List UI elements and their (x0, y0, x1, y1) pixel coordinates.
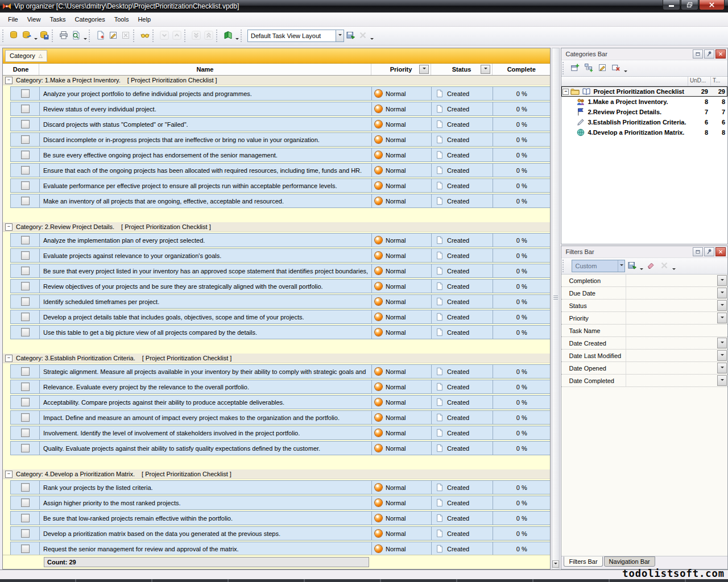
task-row[interactable]: Analyze the implementation plan of every… (10, 233, 550, 247)
filter-value-field[interactable] (626, 375, 717, 386)
task-done-checkbox[interactable] (21, 197, 30, 205)
filter-dropdown-button[interactable] (717, 313, 727, 323)
filter-value-field[interactable] (626, 350, 717, 361)
menu-item-view[interactable]: View (23, 14, 46, 24)
task-done-checkbox[interactable] (21, 498, 30, 507)
task-done-checkbox[interactable] (21, 429, 30, 437)
view-layout-dropdown-arrow-icon[interactable] (234, 29, 239, 43)
collapse-expander-icon[interactable]: − (562, 89, 569, 95)
task-row[interactable]: Assign higher priority to the most ranke… (10, 496, 550, 510)
column-header-priority[interactable]: Priority (371, 64, 431, 75)
task-row[interactable]: Acceptability. Compare projects against … (10, 395, 550, 409)
new-database-button[interactable] (8, 30, 20, 42)
save-layout-button[interactable] (344, 30, 357, 42)
menu-item-help[interactable]: Help (133, 14, 155, 24)
panel-restore-icon[interactable] (693, 49, 703, 59)
category-tree-item[interactable]: 1.Make a Project Inventory.88 (561, 97, 727, 107)
delete-task-button[interactable] (119, 30, 132, 42)
task-done-checkbox[interactable] (21, 313, 30, 321)
filter-value-field[interactable] (626, 275, 717, 286)
menu-item-categories[interactable]: Categories (71, 14, 110, 24)
task-done-checkbox[interactable] (21, 267, 30, 275)
panel-pin-icon[interactable] (704, 247, 714, 256)
apply-filter-dropdown-arrow-icon[interactable] (639, 259, 644, 273)
panel-pin-icon[interactable] (704, 49, 714, 59)
task-done-checkbox[interactable] (21, 367, 30, 376)
task-done-checkbox[interactable] (21, 383, 30, 391)
task-row[interactable]: Ensure that each of the ongoing projects… (10, 163, 550, 177)
filter-dropdown-button[interactable] (717, 275, 727, 286)
open-database-button[interactable] (20, 30, 33, 42)
task-row[interactable]: Use this table to get a big picture view… (10, 325, 550, 339)
collapse-expander-icon[interactable]: − (5, 77, 13, 84)
move-to-top-button[interactable] (202, 30, 215, 42)
filter-dropdown-button[interactable] (717, 363, 727, 373)
edit-task-button[interactable] (107, 30, 119, 42)
filter-dropdown-button[interactable] (717, 338, 727, 348)
task-done-checkbox[interactable] (21, 297, 30, 306)
move-to-bottom-button[interactable] (190, 30, 202, 42)
task-row[interactable]: Be sure that low-ranked projects remain … (10, 511, 550, 525)
task-row[interactable]: Develop a project details table that inc… (10, 310, 550, 324)
filter-value-field[interactable] (626, 312, 717, 324)
category-tree-item[interactable]: 2.Review Project Details.77 (561, 107, 727, 117)
tab-navigation-bar[interactable]: Navigation Bar (604, 556, 655, 567)
task-done-checkbox[interactable] (21, 181, 30, 190)
filter-dropdown-button[interactable] (717, 288, 727, 298)
category-group-header[interactable]: −Category: 1.Make a Project Inventory.[ … (3, 76, 550, 85)
filter-value-field[interactable] (626, 337, 717, 349)
restore-button[interactable] (681, 0, 698, 10)
filter-value-field[interactable] (626, 287, 717, 299)
clear-filter-button[interactable] (644, 259, 657, 273)
column-header-complete[interactable]: Complete (493, 64, 550, 75)
category-tree-item[interactable]: 4.Develop a Prioritization Matrix.88 (561, 127, 727, 138)
category-group-header[interactable]: −Category: 2.Review Project Details.[ Pr… (3, 222, 550, 232)
panel-close-icon[interactable] (715, 247, 726, 256)
task-done-checkbox[interactable] (21, 328, 30, 336)
print-preview-button[interactable] (70, 30, 82, 42)
undone-column-header[interactable]: UnD... (688, 77, 710, 86)
category-group-header[interactable]: −Category: 3.Establish Prioritization Cr… (3, 354, 550, 363)
task-row[interactable]: Review objectives of your projects and b… (10, 279, 550, 293)
collapse-expander-icon[interactable]: − (5, 355, 13, 362)
vertical-scrollbar[interactable] (552, 48, 560, 569)
panel-restore-icon[interactable] (693, 247, 703, 256)
view-layout-button[interactable] (222, 30, 234, 42)
task-row[interactable]: Evaluate projects against relevance to y… (10, 248, 550, 263)
apply-filter-button[interactable] (625, 259, 639, 273)
task-row[interactable]: Identify scheduled timeframes per projec… (10, 294, 550, 309)
save-database-button[interactable] (38, 30, 51, 42)
task-row[interactable]: Develop a prioritization matrix based on… (10, 526, 550, 541)
category-tree-item[interactable]: 3.Establish Prioritization Criteria.66 (561, 117, 727, 127)
chevron-down-icon[interactable] (336, 30, 344, 41)
task-row[interactable]: Make an inventory of all projects that a… (10, 194, 550, 208)
collapse-expander-icon[interactable]: − (5, 223, 13, 231)
delete-filter-button[interactable] (657, 259, 671, 273)
task-row[interactable]: Request the senior management for review… (10, 542, 550, 555)
column-header-done[interactable]: Done (3, 64, 39, 75)
column-header-status[interactable]: Status (431, 64, 493, 75)
task-row[interactable]: Review status of every individual projec… (10, 102, 550, 116)
category-group-header[interactable]: −Category: 4.Develop a Prioritization Ma… (3, 469, 550, 479)
filter-value-field[interactable] (626, 300, 717, 311)
scroll-down-button[interactable] (552, 560, 559, 568)
task-row[interactable]: Be sure every effective ongoing project … (10, 148, 550, 162)
new-subcategory-button[interactable] (582, 61, 595, 75)
category-tree-root[interactable]: −Project Prioritization Checklist2929 (561, 86, 727, 97)
menu-item-tasks[interactable]: Tasks (45, 14, 70, 24)
toolbar-overflow-arrow-icon[interactable] (671, 259, 676, 273)
chevron-down-icon[interactable] (618, 260, 624, 272)
task-done-checkbox[interactable] (21, 544, 30, 553)
task-done-checkbox[interactable] (21, 413, 30, 422)
task-done-checkbox[interactable] (21, 251, 30, 260)
task-row[interactable]: Strategic alignment. Measure all project… (10, 364, 550, 379)
task-row[interactable]: Rank your projects by the listed criteri… (10, 480, 550, 494)
task-row[interactable]: Involvement. Identify the level of invol… (10, 426, 550, 440)
delete-layout-button[interactable] (357, 30, 369, 42)
edit-category-button[interactable] (595, 61, 609, 75)
windows-taskbar[interactable] (0, 579, 728, 582)
task-row[interactable]: Evaluate performance per effective proje… (10, 178, 550, 193)
filter-dropdown-button[interactable] (481, 65, 490, 74)
task-done-checkbox[interactable] (21, 483, 30, 492)
filter-value-field[interactable] (626, 325, 727, 336)
